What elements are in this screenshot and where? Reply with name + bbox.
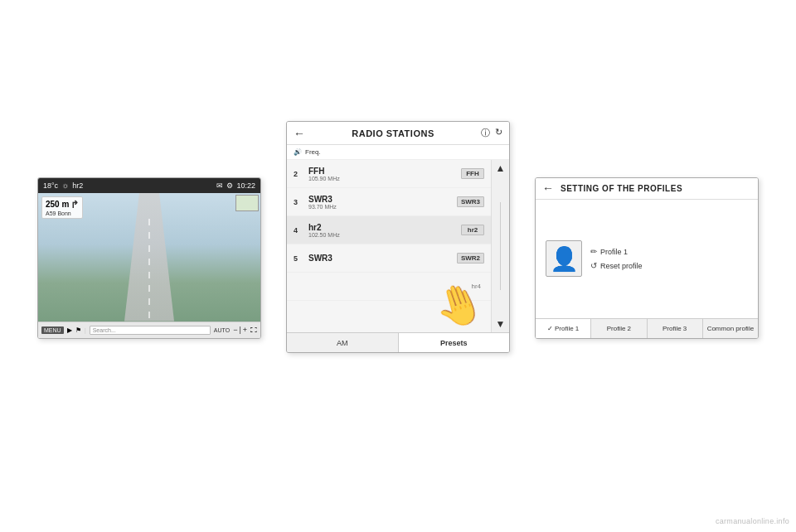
nav-temperature: 18°c — [43, 181, 58, 190]
profiles-content: 👤 ✏ Profile 1 ↺ Reset profile — [536, 200, 758, 318]
profiles-back-button[interactable]: ← — [542, 181, 554, 195]
nav-bottom-bar: MENU ▶ ⚑ | Search... AUTO − | + ⛶ — [38, 322, 260, 338]
nav-message-icon: ✉ — [216, 181, 223, 190]
profile-actions: ✏ Profile 1 ↺ Reset profile — [590, 247, 643, 270]
radio-station-badge-4: SWR2 — [457, 253, 484, 264]
nav-zoom-minus-button[interactable]: − — [233, 326, 237, 334]
nav-road-line — [148, 219, 150, 322]
profile-edit-action[interactable]: ✏ Profile 1 — [590, 247, 643, 256]
radio-station-row-5[interactable]: hr4 — [287, 273, 491, 301]
screens-row: 18°c ☼ hr2 ✉ ⚙ 10:22 250 m ↱ — [37, 162, 759, 353]
profile-reset-icon: ↺ — [590, 261, 597, 270]
radio-back-button[interactable]: ← — [294, 127, 305, 140]
radio-station-row-1[interactable]: 2 FFH 105.90 MHz FFH — [287, 160, 491, 188]
nav-screen: 18°c ☼ hr2 ✉ ⚙ 10:22 250 m ↱ — [37, 177, 261, 339]
profiles-header: ← SETTING OF THE PROFILES — [536, 178, 758, 200]
radio-scroll-up-button[interactable]: ▲ — [496, 163, 506, 173]
profiles-tab-1-label: Profile 1 — [555, 325, 579, 332]
profile-reset-label: Reset profile — [600, 262, 643, 270]
radio-station-row-3[interactable]: 4 hr2 102.50 MHz hr2 — [287, 216, 491, 244]
radio-freq-label: Freq. — [305, 148, 321, 156]
nav-top-left: 18°c ☼ hr2 — [43, 181, 83, 190]
radio-tabs-row: 🔊 Freq. — [287, 145, 509, 160]
radio-scroll-controls: ▲ ▼ — [491, 160, 509, 332]
nav-map-icon: ⛶ — [250, 326, 257, 334]
nav-icons-right: ✉ ⚙ 10:22 — [216, 181, 255, 190]
radio-station-info-2: SWR3 93.70 MHz — [308, 195, 457, 210]
nav-map-area: 250 m ↱ A59 Bonn — [38, 193, 260, 322]
radio-info-icon: ⓘ — [481, 127, 490, 139]
radio-station-badge-2: SWR3 — [457, 196, 484, 207]
nav-settings-icon: ⚙ — [226, 181, 233, 190]
nav-menu-button[interactable]: MENU — [41, 326, 64, 334]
radio-bottom-tabs: AM Presets — [287, 332, 509, 352]
profiles-screen: ← SETTING OF THE PROFILES 👤 ✏ Profile 1 … — [535, 177, 759, 339]
radio-tab-presets[interactable]: Presets — [399, 333, 510, 352]
radio-refresh-icon: ↻ — [495, 127, 502, 139]
nav-zoom-plus-button[interactable]: + — [243, 326, 247, 334]
profiles-tab-1[interactable]: ✓ Profile 1 — [536, 319, 591, 338]
profiles-tab-common[interactable]: Common profile — [703, 319, 758, 338]
nav-road-name: A59 Bonn — [46, 210, 79, 216]
radio-station-row-4[interactable]: 5 SWR3 SWR2 — [287, 244, 491, 273]
nav-flag-icon: ⚑ — [75, 326, 81, 334]
radio-speaker-icon: 🔊 — [294, 148, 302, 156]
profile-reset-action[interactable]: ↺ Reset profile — [590, 261, 643, 270]
nav-distance-box: 250 m ↱ A59 Bonn — [41, 196, 83, 219]
radio-station-badge-3: hr2 — [461, 225, 484, 235]
radio-station-freq-2: 93.70 MHz — [308, 204, 457, 210]
page-container: 18°c ☼ hr2 ✉ ⚙ 10:22 250 m ↱ — [0, 0, 796, 532]
radio-tab-am[interactable]: AM — [287, 333, 399, 352]
nav-compass-icon: ☼ — [61, 181, 69, 190]
radio-station-num-2: 3 — [294, 198, 305, 206]
profile-avatar: 👤 — [546, 240, 582, 277]
radio-station-name-3: hr2 — [308, 223, 461, 232]
nav-top-bar: 18°c ☼ hr2 ✉ ⚙ 10:22 — [38, 178, 260, 193]
radio-stations-list: 2 FFH 105.90 MHz FFH 3 SWR3 93.70 MHz — [287, 160, 491, 332]
nav-search-input[interactable]: Search... — [90, 326, 211, 335]
radio-title: RADIO STATIONS — [352, 128, 434, 138]
profiles-tab-2-label: Profile 2 — [607, 325, 631, 332]
nav-zoom-separator: | — [239, 326, 240, 334]
radio-station-info-3: hr2 102.50 MHz — [308, 223, 461, 238]
radio-station-badge-1: FFH — [461, 168, 484, 179]
profiles-tab-3[interactable]: Profile 3 — [648, 319, 703, 338]
profiles-tab-3-label: Profile 3 — [663, 325, 687, 332]
radio-screen: ← RADIO STATIONS ⓘ ↻ 🔊 Freq. 2 FFH — [286, 121, 510, 353]
nav-zoom-controls: − | + — [233, 326, 247, 334]
profile-edit-label: Profile 1 — [600, 248, 628, 256]
profiles-title: SETTING OF THE PROFILES — [561, 184, 682, 193]
radio-station-num-3: 4 — [294, 226, 305, 235]
nav-distance-num: 250 m ↱ — [46, 199, 79, 210]
profiles-tabs: ✓ Profile 1 Profile 2 Profile 3 Common p… — [536, 318, 758, 338]
profiles-tab-2[interactable]: Profile 2 — [591, 319, 647, 338]
profile-avatar-icon: 👤 — [550, 245, 579, 273]
radio-station-freq-1: 105.90 MHz — [308, 176, 461, 181]
radio-station-row-2[interactable]: 3 SWR3 93.70 MHz SWR3 — [287, 188, 491, 216]
nav-separator: | — [85, 326, 86, 334]
nav-station: hr2 — [72, 181, 83, 190]
radio-station-name-4: SWR3 — [308, 254, 457, 263]
radio-station-num-1: 2 — [294, 170, 305, 178]
radio-station-name-1: FFH — [308, 167, 461, 176]
nav-turn-arrow-icon: ↱ — [70, 199, 79, 210]
radio-station-info-4: SWR3 — [308, 254, 457, 263]
nav-cursor-icon: ▶ — [67, 326, 72, 334]
profiles-tab-1-check: ✓ — [547, 325, 553, 332]
radio-station-name-2: SWR3 — [308, 195, 457, 204]
radio-scroll-down-button[interactable]: ▼ — [496, 319, 506, 329]
profile-edit-icon: ✏ — [590, 247, 597, 256]
nav-time: 10:22 — [236, 181, 255, 190]
radio-header-icons: ⓘ ↻ — [481, 127, 502, 139]
radio-station-freq-3: 102.50 MHz — [308, 232, 461, 238]
radio-header: ← RADIO STATIONS ⓘ ↻ — [287, 122, 509, 145]
nav-distance-value: 250 m — [46, 200, 69, 209]
radio-station-info-1: FFH 105.90 MHz — [308, 167, 461, 181]
nav-auto-label: AUTO — [214, 327, 230, 333]
watermark: carmanualonline.info — [716, 517, 789, 525]
radio-station-badge-5: hr4 — [468, 282, 484, 291]
radio-stations-container: 2 FFH 105.90 MHz FFH 3 SWR3 93.70 MHz — [287, 160, 509, 332]
radio-station-num-4: 5 — [294, 254, 305, 263]
nav-mini-map — [235, 195, 259, 211]
profiles-tab-common-label: Common profile — [707, 325, 754, 332]
